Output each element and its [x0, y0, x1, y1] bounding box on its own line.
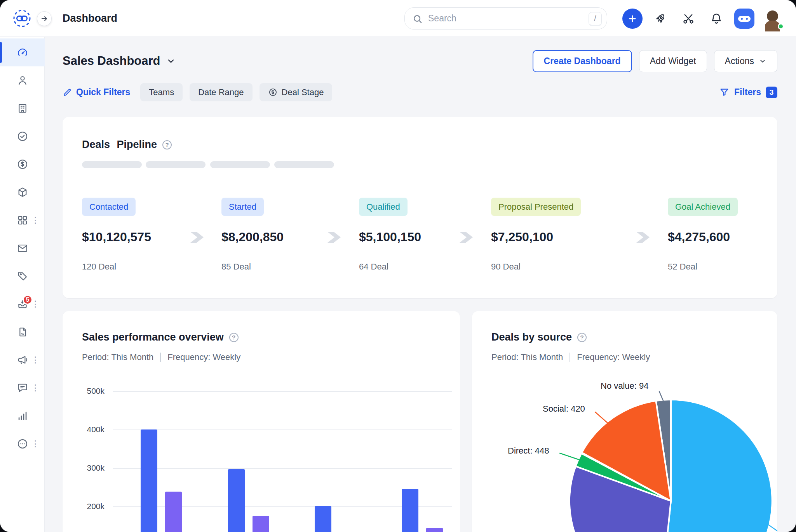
- launcher-button[interactable]: [646, 12, 674, 25]
- sidebar-item-deals[interactable]: [0, 150, 45, 178]
- rocket-icon: [654, 12, 667, 25]
- arrow-right-icon: [40, 15, 48, 23]
- filter-chip-date-range[interactable]: Date Range: [190, 83, 252, 101]
- sidebar-collapse-button[interactable]: [37, 11, 52, 26]
- frequency-text: Frequency: Weekly: [577, 352, 650, 362]
- tools-button[interactable]: [674, 12, 702, 25]
- stage-deal-count: 85 Deal: [221, 262, 284, 272]
- sidebar-item-chat[interactable]: [0, 374, 45, 402]
- add-new-button[interactable]: [622, 9, 643, 29]
- bar-segment[interactable]: [165, 492, 182, 532]
- sales-performance-card: Sales performance overview Period: This …: [63, 311, 460, 532]
- sidebar-item-documents[interactable]: [0, 318, 45, 346]
- app-window: Dashboard /: [0, 0, 796, 532]
- gridline: [113, 468, 452, 469]
- sidebar-item-inbox[interactable]: 5: [0, 290, 45, 318]
- sidebar-item-mail[interactable]: [0, 234, 45, 262]
- sidebar-item-apps[interactable]: [0, 206, 45, 234]
- sidebar-item-products[interactable]: [0, 178, 45, 206]
- pie-leader-lines: [472, 311, 777, 532]
- stage-chip[interactable]: Goal Achieved: [668, 198, 738, 216]
- stage-chip[interactable]: Qualified: [359, 198, 408, 216]
- user-icon: [16, 74, 29, 87]
- filters-button[interactable]: Filters 3: [719, 87, 777, 98]
- kebab-menu-icon[interactable]: [31, 356, 40, 364]
- actions-button[interactable]: Actions: [714, 50, 777, 72]
- bar-segment[interactable]: [141, 429, 157, 532]
- check-circle-icon: [16, 130, 29, 143]
- stage-chip[interactable]: Contacted: [82, 198, 136, 216]
- kebab-menu-icon[interactable]: [31, 384, 40, 392]
- title-text: Deals by source: [491, 331, 572, 343]
- sidebar-item-tasks[interactable]: [0, 122, 45, 150]
- stage-arrow-icon: [460, 232, 473, 243]
- page-header: Sales Dashboard Create Dashboard Add Wid…: [63, 50, 777, 72]
- actions-label: Actions: [725, 56, 754, 66]
- add-widget-button[interactable]: Add Widget: [639, 50, 707, 72]
- bar-segment[interactable]: [426, 528, 443, 532]
- sidebar-item-reports[interactable]: [0, 402, 45, 430]
- assistant-bot-icon[interactable]: [734, 9, 754, 29]
- dollar-circle-icon: [16, 158, 29, 170]
- sidebar-item-contacts[interactable]: [0, 66, 45, 94]
- bar-segment[interactable]: [253, 516, 269, 532]
- filters-count-badge: 3: [766, 87, 777, 98]
- filter-chip-deal-stage[interactable]: Deal Stage: [260, 83, 333, 101]
- app-logo[interactable]: [13, 9, 31, 28]
- help-icon[interactable]: [229, 333, 239, 342]
- help-icon[interactable]: [577, 333, 587, 342]
- pipeline-stage-proposal: Proposal Presented $7,250,100 90 Deal: [491, 117, 581, 272]
- help-icon[interactable]: [162, 140, 172, 150]
- scissors-icon: [682, 12, 695, 25]
- bar-segment[interactable]: [402, 489, 418, 532]
- sidebar-item-dashboard[interactable]: [0, 38, 45, 66]
- deal-stage-label: Deal Stage: [282, 87, 324, 97]
- cube-icon: [16, 186, 29, 198]
- filter-row: Quick Filters Teams Date Range Deal Stag…: [63, 83, 777, 101]
- sidebar-item-campaigns[interactable]: [0, 346, 45, 374]
- sales-performance-title: Sales performance overview: [82, 331, 239, 343]
- search-input[interactable]: [427, 13, 589, 24]
- quick-filters-button[interactable]: Quick Filters: [63, 87, 130, 97]
- chain-links-logo-icon: [13, 9, 31, 28]
- pipeline-stage-started: Started $8,200,850 85 Deal: [221, 117, 284, 272]
- plus-icon: [627, 14, 637, 24]
- online-status-dot: [778, 23, 784, 30]
- bar-segment[interactable]: [228, 469, 245, 532]
- sidebar-item-companies[interactable]: [0, 94, 45, 122]
- kebab-menu-icon[interactable]: [31, 440, 40, 448]
- envelope-icon: [16, 242, 29, 254]
- search-icon: [412, 14, 423, 24]
- bar-segment[interactable]: [315, 506, 331, 532]
- stage-amount: $5,100,150: [359, 230, 421, 244]
- create-dashboard-button[interactable]: Create Dashboard: [533, 50, 632, 72]
- notifications-button[interactable]: [702, 12, 730, 25]
- gridline: [113, 429, 452, 430]
- leader-line: [659, 391, 666, 407]
- stage-chip[interactable]: Started: [221, 198, 264, 216]
- header-buttons: Create Dashboard Add Widget Actions: [533, 50, 777, 72]
- kebab-menu-icon[interactable]: [31, 216, 40, 224]
- stage-chip[interactable]: Proposal Presented: [491, 198, 581, 216]
- pencil-icon: [63, 88, 72, 97]
- speedometer-icon: [16, 46, 29, 59]
- sidebar-item-more[interactable]: [0, 430, 45, 458]
- sidebar-item-tags[interactable]: [0, 262, 45, 290]
- filter-chip-teams[interactable]: Teams: [140, 83, 183, 101]
- title-text: Sales performance overview: [82, 331, 224, 343]
- topbar-title: Dashboard: [63, 0, 117, 37]
- dashboard-selector[interactable]: Sales Dashboard: [63, 54, 176, 68]
- stage-amount: $8,200,850: [221, 230, 284, 244]
- stage-deal-count: 120 Deal: [82, 262, 151, 272]
- user-avatar[interactable]: [761, 7, 784, 30]
- chevron-down-icon: [759, 57, 766, 65]
- subtitle-divider: [160, 353, 161, 362]
- search-bar[interactable]: /: [404, 7, 607, 30]
- period-text: Period: This Month: [82, 352, 153, 362]
- bell-icon: [710, 12, 723, 25]
- y-axis-tick: 300k: [70, 463, 105, 473]
- leader-line: [595, 412, 611, 426]
- kebab-menu-icon[interactable]: [31, 300, 40, 308]
- ellipsis-circle-icon: [16, 438, 29, 450]
- funnel-icon: [719, 87, 730, 97]
